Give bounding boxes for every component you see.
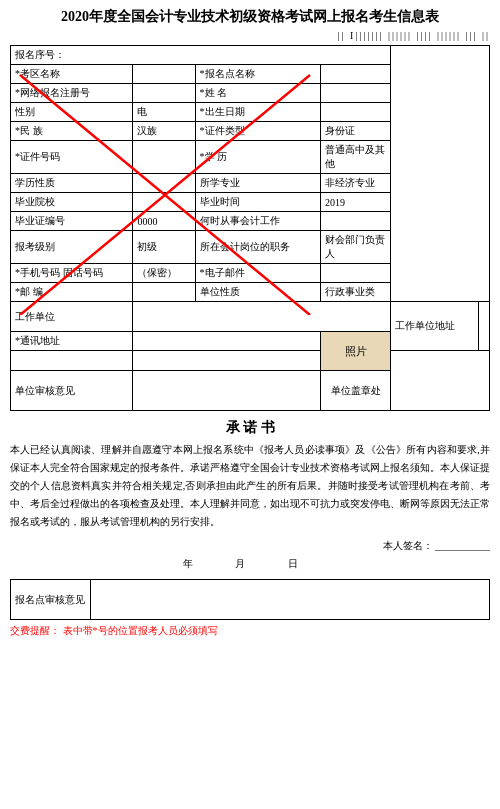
page-title: 2020年度全国会计专业技术初级资格考试网上报名考生信息表 [10, 8, 490, 26]
photo-cell: 照片 [321, 332, 391, 371]
email-label: *电子邮件 [195, 264, 321, 283]
contact-spacer [11, 351, 133, 371]
grad-time-value: 2019 [321, 193, 391, 212]
name-label: *姓 名 [195, 84, 321, 103]
birthdate-label: *出生日期 [195, 103, 321, 122]
reg-number-label: *网络报名注册号 [11, 84, 133, 103]
signature-row: 本人签名： ___________ [10, 539, 490, 553]
notice-prefix: 交费提醒： [10, 625, 60, 636]
school-value [133, 193, 195, 212]
barcode-row: || I||||||| |||||| |||| |||||| ||| || [10, 30, 490, 41]
work-unit-value [133, 302, 391, 332]
id-number-label: *证件号码 [11, 141, 133, 174]
signature-line: ___________ [435, 540, 490, 551]
registration-point-value [321, 65, 391, 84]
work-address-value [478, 302, 489, 351]
unit-type-label: 单位性质 [195, 283, 321, 302]
gender-value: 电 [133, 103, 195, 122]
education-value: 普通高中及其他 [321, 141, 391, 174]
contact-label: *通讯地址 [11, 332, 133, 351]
table-row [11, 351, 490, 371]
exam-level-value: 初级 [133, 231, 195, 264]
reg-number-value [133, 84, 195, 103]
phone-label: *手机号码 固话号码 [11, 264, 133, 283]
registration-point-label: *报名点名称 [195, 65, 321, 84]
diploma-value: 0000 [133, 212, 195, 231]
table-row: *手机号码 固话号码 （保密） *电子邮件 [11, 264, 490, 283]
footer-review-value [91, 580, 490, 620]
pledge-body: 本人已经认真阅读、理解并自愿遵守本网上报名系统中《报考人员必读事项》及《公告》所… [10, 441, 490, 531]
position-value: 财会部门负责人 [321, 231, 391, 264]
info-table: 报名序号： *考区名称 *报名点名称 *网络报名注册号 *姓 名 性别 电 *出… [10, 45, 490, 411]
accounting-start-label: 何时从事会计工作 [195, 212, 321, 231]
accounting-start-value [321, 212, 391, 231]
grad-time-label: 毕业时间 [195, 193, 321, 212]
exam-area-label: *考区名称 [11, 65, 133, 84]
table-row: *考区名称 *报名点名称 [11, 65, 490, 84]
table-row: 学历性质 所学专业 非经济专业 [11, 174, 490, 193]
table-row: *网络报名注册号 *姓 名 [11, 84, 490, 103]
date-row: 年 月 日 [10, 557, 490, 571]
work-address-label: 工作单位地址 [391, 302, 479, 351]
signature-label: 本人签名： [383, 540, 433, 551]
table-row: 报考级别 初级 所在会计岗位的职务 财会部门负责人 [11, 231, 490, 264]
unit-review-value [133, 371, 321, 411]
name-value [321, 84, 391, 103]
unit-review-label: 单位审核意见 [11, 371, 133, 411]
notice-text: 表中带*号的位置报考人员必须填写 [63, 625, 218, 636]
table-row: *证件号码 *学 历 普通高中及其他 [11, 141, 490, 174]
id-number-value [133, 141, 195, 174]
exam-level-label: 报考级别 [11, 231, 133, 264]
major-label: 所学专业 [195, 174, 321, 193]
table-row: 毕业院校 毕业时间 2019 [11, 193, 490, 212]
birthdate-value [321, 103, 391, 122]
email-value [321, 264, 391, 283]
table-row: 报名序号： [11, 46, 490, 65]
ethnicity-label: *民 族 [11, 122, 133, 141]
table-row: 性别 电 *出生日期 [11, 103, 490, 122]
unit-type-value: 行政事业类 [321, 283, 391, 302]
id-type-value: 身份证 [321, 122, 391, 141]
postcode-value [133, 283, 195, 302]
contact-value2 [133, 351, 321, 371]
registration-number-label: 报名序号： [11, 46, 391, 65]
form-wrapper: 报名序号： *考区名称 *报名点名称 *网络报名注册号 *姓 名 性别 电 *出… [10, 45, 490, 411]
pledge-title: 承 诺 书 [10, 419, 490, 437]
footer-table: 报名点审核意见 [10, 579, 490, 620]
school-label: 毕业院校 [11, 193, 133, 212]
table-row: *民 族 汉族 *证件类型 身份证 [11, 122, 490, 141]
footer-row: 报名点审核意见 [11, 580, 490, 620]
edu-type-label: 学历性质 [11, 174, 133, 193]
edu-type-value [133, 174, 195, 193]
barcode-icon: || I||||||| |||||| |||| |||||| ||| || [338, 30, 490, 41]
exam-area-value [133, 65, 195, 84]
diploma-label: 毕业证编号 [11, 212, 133, 231]
table-row: *邮 编 单位性质 行政事业类 [11, 283, 490, 302]
gender-label: 性别 [11, 103, 133, 122]
postcode-label: *邮 编 [11, 283, 133, 302]
unit-seal-label: 单位盖章处 [321, 371, 391, 411]
major-value: 非经济专业 [321, 174, 391, 193]
table-row: 毕业证编号 0000 何时从事会计工作 [11, 212, 490, 231]
ethnicity-value: 汉族 [133, 122, 195, 141]
notice-row: 交费提醒： 表中带*号的位置报考人员必须填写 [10, 624, 490, 638]
footer-review-label: 报名点审核意见 [11, 580, 91, 620]
id-type-label: *证件类型 [195, 122, 321, 141]
work-unit-label: 工作单位 [11, 302, 133, 332]
education-label: *学 历 [195, 141, 321, 174]
contact-value [133, 332, 321, 351]
phone-value: （保密） [133, 264, 195, 283]
table-row: 单位审核意见 单位盖章处 [11, 371, 490, 411]
position-label: 所在会计岗位的职务 [195, 231, 321, 264]
